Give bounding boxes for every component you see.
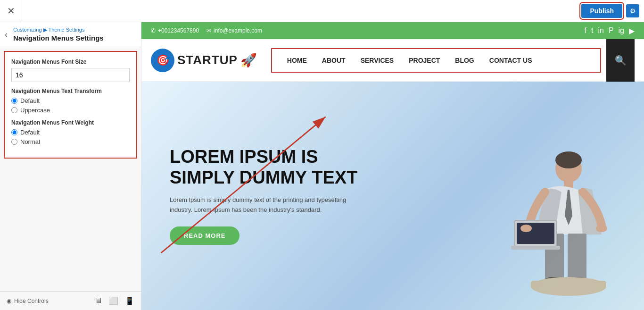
theme-settings-link[interactable]: Theme Settings bbox=[48, 27, 84, 33]
font-weight-default-radio[interactable] bbox=[11, 129, 17, 135]
font-weight-default-option[interactable]: Default bbox=[11, 129, 130, 136]
breadcrumb-text: Customizing ▶ Theme Settings bbox=[13, 27, 134, 33]
font-weight-normal-label: Normal bbox=[20, 138, 40, 145]
linkedin-icon[interactable]: in bbox=[598, 26, 603, 35]
preview-area: ✆ +001234567890 ✉ info@example.com f t i… bbox=[141, 22, 644, 310]
sidebar-header: ‹ Customizing ▶ Theme Settings Navigatio… bbox=[0, 22, 141, 47]
gear-button[interactable]: ⚙ bbox=[626, 4, 639, 17]
eye-icon: ◉ bbox=[7, 298, 11, 304]
svg-rect-13 bbox=[531, 281, 606, 288]
font-size-input[interactable] bbox=[11, 68, 130, 82]
hero-description: Lorem Ipsum is simply dummy text of the … bbox=[170, 195, 349, 215]
email-icon: ✉ bbox=[206, 27, 211, 34]
pinterest-icon[interactable]: P bbox=[609, 26, 614, 35]
sidebar-bottom: ◉ Hide Controls 🖥 ⬜ 📱 bbox=[0, 291, 141, 310]
font-size-label: Navigation Menus Font Size bbox=[11, 59, 130, 65]
logo-text: STARTUP bbox=[177, 53, 238, 67]
site-phone: ✆ +001234567890 bbox=[151, 27, 199, 34]
site-email: ✉ info@example.com bbox=[206, 27, 262, 34]
svg-point-11 bbox=[520, 225, 532, 232]
phone-number: +001234567890 bbox=[158, 27, 199, 34]
font-weight-normal-option[interactable]: Normal bbox=[11, 138, 130, 145]
font-weight-section: Navigation Menus Font Weight Default Nor… bbox=[11, 119, 130, 145]
device-icons: 🖥 ⬜ 📱 bbox=[95, 296, 134, 305]
site-topbar: ✆ +001234567890 ✉ info@example.com f t i… bbox=[141, 22, 644, 39]
sidebar-title: Navigation Menus Settings bbox=[13, 34, 134, 42]
close-icon: ✕ bbox=[7, 5, 15, 17]
site-search-button[interactable]: 🔍 bbox=[606, 39, 635, 82]
mobile-icon[interactable]: 📱 bbox=[125, 296, 134, 305]
text-transform-radio-group: Default Uppercase bbox=[11, 97, 130, 114]
svg-point-1 bbox=[555, 151, 582, 168]
text-transform-uppercase-radio[interactable] bbox=[11, 107, 17, 113]
font-weight-label: Navigation Menus Font Weight bbox=[11, 119, 130, 126]
publish-area: Publish ⚙ bbox=[581, 4, 639, 18]
svg-rect-4 bbox=[568, 234, 586, 281]
customizer-topbar: ✕ Publish ⚙ bbox=[0, 0, 644, 22]
hide-controls-label: Hide Controls bbox=[14, 298, 49, 304]
gear-icon: ⚙ bbox=[630, 7, 636, 15]
breadcrumb: Customizing ▶ Theme Settings Navigation … bbox=[13, 27, 134, 42]
main-layout: ‹ Customizing ▶ Theme Settings Navigatio… bbox=[0, 22, 644, 310]
search-icon: 🔍 bbox=[615, 55, 627, 66]
close-button[interactable]: ✕ bbox=[0, 0, 22, 22]
nav-item-contact[interactable]: CONTACT US bbox=[482, 53, 540, 68]
settings-panel: Navigation Menus Font Size Navigation Me… bbox=[4, 51, 137, 159]
hero-title: LOREM IPSUM IS SIMPLY DUMMY TEXT bbox=[170, 147, 368, 188]
text-transform-label: Navigation Menus Text Transform bbox=[11, 88, 130, 94]
back-button[interactable]: ‹ bbox=[5, 30, 8, 40]
font-weight-radio-group: Default Normal bbox=[11, 129, 130, 145]
text-transform-section: Navigation Menus Text Transform Default … bbox=[11, 88, 130, 114]
hero-image bbox=[441, 131, 620, 310]
svg-point-10 bbox=[596, 225, 607, 232]
text-transform-uppercase-option[interactable]: Uppercase bbox=[11, 107, 130, 114]
text-transform-uppercase-label: Uppercase bbox=[20, 107, 50, 114]
hero-content: LOREM IPSUM IS SIMPLY DUMMY TEXT Lorem I… bbox=[170, 147, 368, 245]
sidebar: ‹ Customizing ▶ Theme Settings Navigatio… bbox=[0, 22, 141, 310]
hide-controls-button[interactable]: ◉ Hide Controls bbox=[7, 298, 49, 304]
desktop-icon[interactable]: 🖥 bbox=[95, 296, 102, 305]
text-transform-default-option[interactable]: Default bbox=[11, 97, 130, 104]
tablet-icon[interactable]: ⬜ bbox=[109, 296, 118, 305]
nav-item-blog[interactable]: BLOG bbox=[447, 53, 481, 68]
nav-item-services[interactable]: SERVICES bbox=[353, 53, 402, 68]
nav-item-home[interactable]: HOME bbox=[280, 53, 314, 68]
font-weight-normal-radio[interactable] bbox=[11, 139, 17, 145]
email-address: info@example.com bbox=[214, 27, 262, 34]
phone-icon: ✆ bbox=[151, 27, 156, 34]
facebook-icon[interactable]: f bbox=[585, 26, 586, 35]
youtube-icon[interactable]: ▶ bbox=[629, 26, 635, 35]
site-logo: 🎯 STARTUP 🚀 bbox=[151, 49, 257, 72]
read-more-button[interactable]: READ MORE bbox=[170, 226, 239, 245]
text-transform-default-label: Default bbox=[20, 97, 40, 104]
nav-item-project[interactable]: PROJECT bbox=[401, 53, 447, 68]
customizing-link[interactable]: Customizing bbox=[13, 27, 42, 33]
font-weight-default-label: Default bbox=[20, 129, 40, 136]
nav-item-about[interactable]: ABOUT bbox=[314, 53, 353, 68]
logo-target-icon: 🎯 bbox=[157, 54, 169, 67]
hero-section: LOREM IPSUM IS SIMPLY DUMMY TEXT Lorem I… bbox=[141, 82, 644, 310]
site-topbar-left: ✆ +001234567890 ✉ info@example.com bbox=[151, 27, 262, 34]
logo-rocket-icon: 🚀 bbox=[240, 52, 257, 68]
twitter-icon[interactable]: t bbox=[591, 26, 593, 35]
publish-button[interactable]: Publish bbox=[581, 4, 622, 18]
svg-rect-9 bbox=[511, 246, 560, 250]
site-topbar-social: f t in P ig ▶ bbox=[585, 26, 635, 35]
text-transform-default-radio[interactable] bbox=[11, 98, 17, 104]
site-header: 🎯 STARTUP 🚀 HOME ABOUT SERVICES PROJECT … bbox=[141, 39, 644, 82]
logo-icon-circle: 🎯 bbox=[151, 49, 174, 72]
instagram-icon[interactable]: ig bbox=[619, 26, 624, 35]
site-navigation: HOME ABOUT SERVICES PROJECT BLOG CONTACT… bbox=[271, 48, 601, 73]
